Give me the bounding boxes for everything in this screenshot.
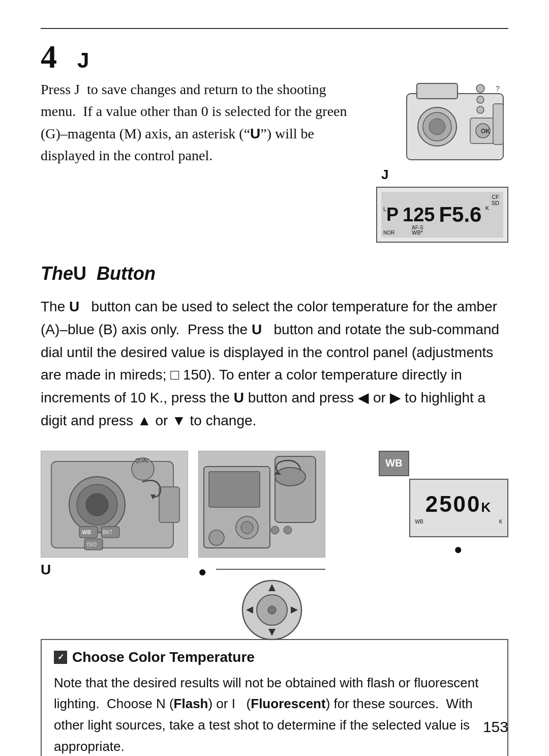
svg-point-35 xyxy=(241,521,253,534)
svg-point-4 xyxy=(429,119,445,135)
svg-point-30 xyxy=(275,468,306,486)
lcd-aperture: F5.6 xyxy=(439,202,481,227)
svg-point-45 xyxy=(268,606,276,614)
svg-text:WB: WB xyxy=(82,529,91,535)
lcd-2500-value: 2500K xyxy=(425,491,493,517)
lcd-shutter: 125 xyxy=(403,204,435,226)
top-content: Press J to save changes and return to th… xyxy=(41,78,508,243)
svg-text:QUAL: QUAL xyxy=(135,458,149,463)
svg-point-36 xyxy=(209,530,224,545)
fluorescent-bold: Fluorescent xyxy=(251,696,325,711)
svg-rect-26 xyxy=(159,487,179,522)
page: 4 J Press J to save changes and return t… xyxy=(0,0,549,756)
dot-bullet: ● xyxy=(198,564,207,580)
lcd-l: L xyxy=(383,206,386,212)
wb-section-body: The U button can be used to select the c… xyxy=(41,296,508,432)
lcd-k: K xyxy=(485,205,489,211)
camera-illustration-area: OK ? J P 125 F5.6 CF SD L xyxy=(376,78,508,243)
checkbox-icon: ✓ xyxy=(54,651,67,664)
lcd-wbi: WB* xyxy=(412,229,423,236)
lcd-cf: CF xyxy=(492,194,499,200)
dial-area xyxy=(214,577,330,643)
svg-text:OK: OK xyxy=(481,128,490,135)
svg-rect-1 xyxy=(417,83,458,99)
lcd-nor: NOR xyxy=(383,230,394,236)
lcd-k-label: K xyxy=(499,519,503,525)
svg-point-5 xyxy=(476,84,484,93)
lcd-display-top: P 125 F5.6 CF SD L K NOR AF-S WB* xyxy=(376,187,508,243)
camera-photo-left: QUAL WB BKT ISO xyxy=(41,451,188,558)
flash-bold: Flash xyxy=(174,696,208,711)
lcd-p: P xyxy=(386,204,399,225)
camera-center-svg xyxy=(199,451,325,558)
svg-point-37 xyxy=(271,526,279,534)
lcd-2500-display: 2500K WB K xyxy=(409,479,508,537)
page-number: 153 xyxy=(483,718,508,736)
lcd-sd: SD xyxy=(492,200,499,206)
lcd-wb-label: WB xyxy=(415,519,423,525)
j-label: J xyxy=(381,167,388,183)
wb-icon-label: WB xyxy=(385,457,402,469)
lcd-2500-labels: WB K xyxy=(415,519,503,525)
wb-icon-box: WB xyxy=(379,451,409,476)
section-letter: J xyxy=(77,48,89,73)
camera-photo-center xyxy=(198,451,325,558)
svg-text:ISO: ISO xyxy=(87,541,97,547)
top-border xyxy=(41,28,508,29)
svg-point-38 xyxy=(284,526,292,534)
horizontal-line xyxy=(216,569,325,570)
wb-section-title: TheU Button xyxy=(41,263,508,284)
svg-text:BKT: BKT xyxy=(103,530,112,535)
svg-text:?: ? xyxy=(496,84,500,93)
camera-body-sketch: OK ? xyxy=(402,78,508,165)
section4-text: Press J to save changes and return to th… xyxy=(41,78,361,167)
info-box: ✓ Choose Color Temperature Note that the… xyxy=(41,639,508,756)
images-section: QUAL WB BKT ISO xyxy=(41,451,508,619)
svg-point-17 xyxy=(86,493,108,516)
u-label-bottom: U xyxy=(41,562,51,578)
info-box-title: ✓ Choose Color Temperature xyxy=(54,649,495,665)
info-box-title-text: Choose Color Temperature xyxy=(72,649,255,665)
lcd-inner: P 125 F5.6 CF SD L K NOR AF-S WB* xyxy=(381,192,503,238)
section-header: 4 J xyxy=(41,41,508,73)
info-box-body: Note that the desired results will not b… xyxy=(54,673,495,756)
camera-left-svg: QUAL WB BKT ISO xyxy=(41,451,188,558)
lcd-dot: ● xyxy=(454,541,463,558)
svg-rect-29 xyxy=(275,456,316,522)
dial-svg xyxy=(239,577,305,643)
svg-rect-11 xyxy=(493,104,503,144)
check-mark: ✓ xyxy=(57,652,64,662)
svg-point-7 xyxy=(477,106,484,113)
svg-rect-33 xyxy=(209,472,260,507)
svg-point-6 xyxy=(477,96,484,103)
section-number: 4 xyxy=(41,41,57,73)
